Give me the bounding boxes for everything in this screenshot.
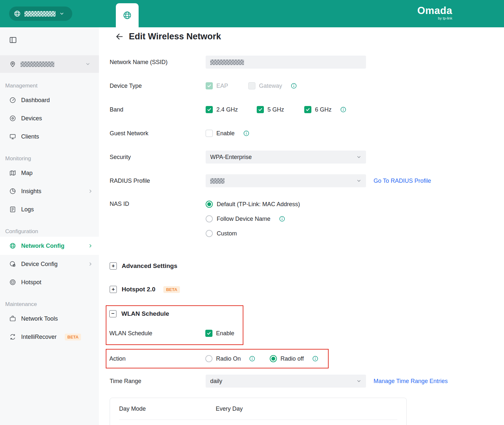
radio-unselected[interactable] (206, 215, 213, 222)
radio-off-label: Radio off (280, 355, 304, 362)
nas-follow-device-name-radio[interactable]: Follow Device Name (206, 215, 300, 222)
guest-network-enable-checkbox[interactable]: Enable (206, 130, 235, 137)
nas-follow-label: Follow Device Name (217, 216, 270, 222)
info-icon[interactable] (249, 355, 255, 362)
sidebar-item-logs[interactable]: Logs (0, 200, 99, 219)
checkbox-checked[interactable] (304, 106, 311, 113)
radius-profile-label: RADIUS Profile (110, 178, 206, 184)
nas-custom-label: Custom (217, 230, 237, 237)
schedule-detail-box: Day Mode Every Day (110, 398, 407, 425)
globe-icon (123, 11, 132, 20)
info-icon[interactable] (340, 106, 347, 113)
devices-icon (9, 115, 16, 122)
sidebar-item-network-tools[interactable]: Network Tools (0, 310, 99, 328)
sidebar-item-devices[interactable]: Devices (0, 109, 99, 127)
nas-id-label: NAS ID (110, 198, 206, 207)
beta-badge: BETA (65, 334, 81, 340)
beta-badge: BETA (163, 286, 180, 293)
annotation-box-wlan-schedule: − WLAN Schedule WLAN Schedule Enable (106, 305, 243, 345)
site-name-redacted (20, 61, 54, 67)
check-icon (258, 107, 263, 112)
nas-custom-radio[interactable]: Custom (206, 230, 300, 237)
check-icon (207, 331, 211, 336)
day-mode-value: Every Day (216, 405, 243, 412)
sidebar-item-intellirecover[interactable]: IntelliRecover BETA (0, 328, 99, 346)
sidebar-item-label: Network Tools (21, 315, 58, 322)
brand-name: Omada (417, 6, 452, 16)
advanced-settings-toggle[interactable]: + Advanced Settings (110, 261, 504, 271)
radio-unselected[interactable] (206, 230, 213, 237)
wlan-schedule-section-title: WLAN Schedule (121, 310, 169, 317)
intellirecover-icon (9, 333, 16, 340)
check-icon (306, 107, 310, 112)
info-icon[interactable] (279, 216, 285, 222)
band-label: Band (110, 106, 206, 113)
sidebar-item-label: Logs (21, 206, 34, 213)
checkbox-unchecked[interactable] (206, 130, 213, 137)
info-icon[interactable] (291, 83, 297, 89)
radius-profile-select[interactable] (206, 174, 366, 187)
active-site-tab[interactable] (116, 3, 139, 27)
time-range-select[interactable]: daily (206, 375, 366, 388)
sidebar-item-label: IntelliRecover (21, 334, 57, 340)
go-to-radius-profile-link[interactable]: Go To RADIUS Profile (374, 178, 431, 184)
wlan-schedule-toggle[interactable]: − WLAN Schedule (109, 309, 243, 318)
day-mode-row: Day Mode Every Day (119, 398, 397, 420)
sidebar-item-clients[interactable]: Clients (0, 127, 99, 146)
info-icon[interactable] (243, 130, 250, 137)
clients-icon (9, 133, 16, 140)
checkbox-checked[interactable] (257, 106, 264, 113)
sidebar-item-insights[interactable]: Insights (0, 182, 99, 200)
page-title: Edit Wireless Network (129, 32, 221, 42)
sidebar-site-selector[interactable] (0, 55, 99, 73)
security-select[interactable]: WPA-Enterprise (206, 151, 366, 164)
ssid-label: Network Name (SSID) (110, 59, 206, 66)
sidebar-item-device-config[interactable]: Device Config (0, 255, 99, 273)
sidebar-item-hotspot[interactable]: Hotspot (0, 273, 99, 291)
sidebar-item-label: Network Config (21, 243, 64, 249)
checkbox-checked[interactable] (206, 106, 213, 113)
header-site-selector[interactable] (9, 7, 72, 21)
guest-enable-label: Enable (216, 130, 235, 137)
logs-icon (9, 206, 16, 213)
device-type-label: Device Type (110, 83, 206, 89)
sidebar-item-network-config[interactable]: Network Config (0, 237, 99, 255)
hotspot20-label: Hotspot 2.0 (122, 286, 155, 293)
expand-plus-icon[interactable]: + (110, 286, 117, 293)
nas-default-radio[interactable]: Default (TP-Link: MAC Address) (206, 201, 300, 208)
collapse-minus-icon[interactable]: − (109, 310, 116, 317)
section-label-maintenance: Maintenance (5, 301, 99, 308)
back-button[interactable] (115, 32, 124, 41)
action-radio-on[interactable]: Radio On (205, 355, 255, 362)
time-range-label: Time Range (110, 378, 206, 385)
band-24ghz-checkbox[interactable]: 2.4 GHz (206, 106, 238, 113)
checkbox-checked-disabled (206, 82, 213, 89)
wlan-schedule-enable-checkbox[interactable]: Enable (205, 330, 234, 337)
sidebar-item-dashboard[interactable]: Dashboard (0, 91, 99, 109)
dashboard-icon (9, 97, 16, 104)
manage-time-range-entries-link[interactable]: Manage Time Range Entries (374, 378, 448, 385)
hotspot-icon (9, 279, 16, 286)
hotspot20-toggle[interactable]: + Hotspot 2.0 BETA (110, 285, 504, 294)
main-content: Edit Wireless Network Network Name (SSID… (99, 27, 504, 425)
collapse-sidebar-button[interactable] (9, 36, 17, 44)
info-icon[interactable] (312, 355, 319, 362)
radio-selected[interactable] (206, 201, 213, 208)
expand-plus-icon[interactable]: + (110, 262, 117, 270)
sidebar-item-map[interactable]: Map (0, 164, 99, 182)
brand-subtitle: by tp-link (417, 16, 452, 20)
checkbox-checked[interactable] (205, 330, 212, 337)
map-icon (9, 169, 16, 177)
band-6ghz-checkbox[interactable]: 6 GHz (304, 106, 332, 113)
sidebar-item-label: Devices (21, 115, 42, 122)
ssid-input[interactable] (206, 56, 366, 69)
omada-logo: Omada by tp-link (417, 6, 452, 20)
chevron-right-icon (88, 261, 93, 267)
site-name-redacted (24, 11, 56, 17)
action-radio-off[interactable]: Radio off (270, 355, 319, 362)
band-5ghz-checkbox[interactable]: 5 GHz (257, 106, 284, 113)
radio-unselected[interactable] (205, 355, 212, 362)
radio-selected[interactable] (270, 355, 277, 362)
sidebar-item-label: Dashboard (21, 97, 50, 104)
chevron-down-icon (59, 11, 64, 16)
